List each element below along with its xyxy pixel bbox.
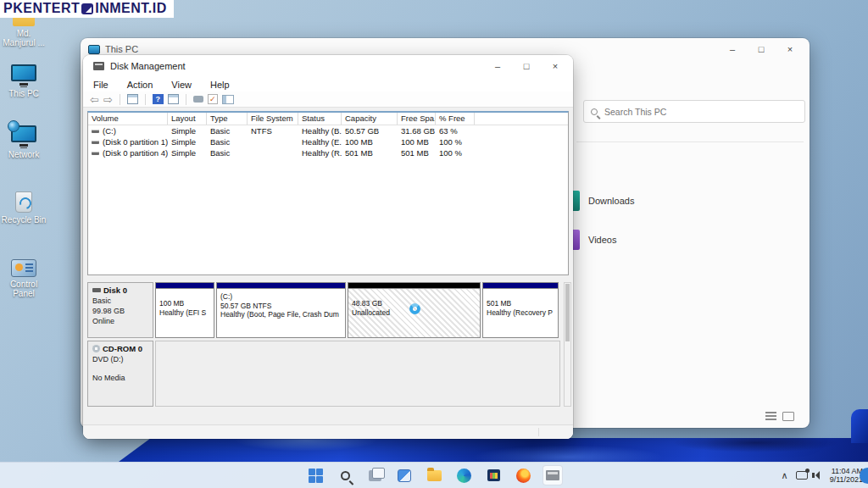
clock-time: 11:04 AM bbox=[830, 467, 863, 476]
list-item-videos[interactable]: Videos bbox=[572, 230, 616, 250]
search-input[interactable] bbox=[604, 107, 798, 117]
graphical-view-icon[interactable] bbox=[222, 95, 234, 104]
list-item-downloads[interactable]: Downloads bbox=[572, 191, 634, 211]
divider bbox=[576, 141, 804, 142]
cdrom-row: CD-ROM 0 DVD (D:) No Media bbox=[87, 341, 560, 407]
start-button[interactable] bbox=[305, 465, 326, 485]
task-view-icon[interactable] bbox=[364, 465, 385, 485]
desktop-icon-network[interactable]: Network bbox=[0, 125, 47, 159]
disk-management-titlebar[interactable]: Disk Management – □ × bbox=[83, 55, 573, 77]
toolbar-separator bbox=[186, 94, 186, 105]
desktop: Md. Manjurul ... This PC Network Recycle… bbox=[0, 0, 868, 488]
column-header-type[interactable]: Type bbox=[207, 113, 248, 125]
disk0-info[interactable]: Disk 0 Basic 99.98 GB Online bbox=[87, 282, 153, 338]
maximize-button[interactable]: □ bbox=[747, 40, 776, 58]
desktop-icon-control-panel[interactable]: Control Panel bbox=[0, 259, 47, 298]
disk-icon bbox=[92, 288, 101, 292]
file-explorer-icon[interactable] bbox=[424, 465, 444, 485]
desktop-icon-label: This PC bbox=[0, 89, 47, 98]
menu-action[interactable]: Action bbox=[127, 80, 153, 90]
table-row[interactable]: (C:) Simple Basic NTFS Healthy (B... 50.… bbox=[88, 125, 568, 136]
help-icon[interactable]: ? bbox=[153, 94, 164, 104]
close-button[interactable]: × bbox=[541, 57, 570, 75]
column-header-volume[interactable]: Volume bbox=[88, 113, 168, 125]
action-pointer-icon[interactable] bbox=[193, 96, 203, 103]
table-row[interactable]: (Disk 0 partition 1) Simple Basic Health… bbox=[88, 136, 568, 147]
clock[interactable]: 11:04 AM 9/11/2021 bbox=[830, 467, 863, 485]
widgets-icon[interactable] bbox=[394, 465, 415, 485]
taskbar: ∧ 11:04 AM 9/11/2021 bbox=[0, 462, 868, 488]
maximize-button[interactable]: □ bbox=[512, 57, 541, 75]
disk-management-taskbar-icon[interactable] bbox=[542, 465, 563, 485]
volume-icon bbox=[92, 130, 99, 133]
search-box[interactable] bbox=[583, 100, 805, 123]
disk0-row: Disk 0 Basic 99.98 GB Online 100 MB Heal… bbox=[87, 282, 560, 338]
minimize-button[interactable]: – bbox=[483, 57, 512, 75]
disk-management-app-icon bbox=[93, 62, 104, 70]
disk0-type: Basic bbox=[92, 297, 148, 305]
list-view-icon[interactable] bbox=[765, 412, 776, 420]
cd-icon bbox=[92, 345, 100, 352]
partition-efi[interactable]: 100 MB Healthy (EFI S bbox=[155, 282, 214, 338]
status-bar bbox=[83, 424, 573, 439]
desktop-icon-this-pc[interactable]: This PC bbox=[0, 64, 47, 98]
console-tree-icon[interactable] bbox=[127, 94, 138, 104]
minimize-button[interactable]: – bbox=[718, 40, 747, 58]
menu-help[interactable]: Help bbox=[210, 80, 230, 90]
back-icon[interactable]: ⇦ bbox=[90, 94, 99, 105]
partition-unallocated[interactable]: 48.83 GB Unallocated bbox=[348, 282, 481, 338]
partition-stripe bbox=[348, 283, 480, 289]
disk-management-body: Volume Layout Type File System Status Ca… bbox=[83, 108, 573, 439]
scrollbar-thumb[interactable] bbox=[565, 284, 570, 341]
menu-view[interactable]: View bbox=[171, 80, 192, 90]
column-header-capacity[interactable]: Capacity bbox=[342, 113, 398, 125]
this-pc-icon bbox=[11, 64, 36, 81]
column-header-status[interactable]: Status bbox=[298, 113, 342, 125]
partition-stripe bbox=[217, 283, 345, 289]
microsoft-store-icon[interactable] bbox=[483, 465, 504, 485]
volume-list-header: Volume Layout Type File System Status Ca… bbox=[88, 113, 568, 125]
volume-tray-icon[interactable] bbox=[815, 471, 820, 480]
column-header-percent-free[interactable]: % Free bbox=[436, 113, 475, 125]
window-title: This PC bbox=[105, 44, 138, 54]
column-header-empty bbox=[475, 113, 568, 125]
partition-recovery[interactable]: 501 MB Healthy (Recovery P bbox=[482, 282, 559, 338]
disk0-size: 99.98 GB bbox=[92, 307, 148, 315]
disk-management-window: Disk Management – □ × File Action View H… bbox=[83, 55, 573, 439]
watermark: PKENTERT INMENT.ID bbox=[0, 0, 174, 18]
column-header-file-system[interactable]: File System bbox=[248, 113, 298, 125]
cdrom-empty-area bbox=[155, 341, 560, 407]
clock-date: 9/11/2021 bbox=[830, 475, 863, 485]
edge-icon[interactable] bbox=[453, 465, 474, 485]
recycle-bin-icon bbox=[15, 191, 32, 213]
partition-stripe bbox=[483, 283, 558, 289]
show-hide-icon[interactable] bbox=[168, 94, 179, 104]
volume-icon bbox=[92, 152, 99, 155]
properties-icon[interactable]: ✓ bbox=[208, 94, 218, 104]
table-row[interactable]: (Disk 0 partition 4) Simple Basic Health… bbox=[88, 147, 568, 158]
column-header-layout[interactable]: Layout bbox=[168, 113, 207, 125]
toolbar-separator bbox=[120, 94, 120, 105]
globe-icon bbox=[8, 120, 19, 132]
close-button[interactable]: × bbox=[776, 40, 804, 58]
desktop-icon-label: Recycle Bin bbox=[0, 215, 47, 225]
menu-file[interactable]: File bbox=[93, 80, 108, 90]
volume-icon bbox=[92, 141, 99, 144]
desktop-icon-recycle-bin[interactable]: Recycle Bin bbox=[0, 191, 47, 225]
hidden-icons-chevron[interactable]: ∧ bbox=[782, 470, 788, 481]
vertical-scrollbar[interactable] bbox=[564, 282, 571, 407]
column-header-free-space[interactable]: Free Spa... bbox=[398, 113, 436, 125]
forward-icon[interactable]: ⇨ bbox=[103, 94, 113, 105]
cdrom-drive: DVD (D:) bbox=[92, 355, 148, 363]
taskbar-search-icon[interactable] bbox=[335, 465, 355, 485]
partition-c[interactable]: (C:) 50.57 GB NTFS Healthy (Boot, Page F… bbox=[216, 282, 346, 338]
desktop-icon-label: Md. Manjurul ... bbox=[0, 29, 47, 47]
partition-stripe bbox=[156, 283, 214, 289]
browser-icon[interactable] bbox=[513, 465, 533, 485]
item-label: Videos bbox=[588, 235, 616, 245]
thumbnail-view-icon[interactable] bbox=[782, 412, 794, 421]
network-tray-icon[interactable] bbox=[796, 471, 808, 480]
cdrom-info[interactable]: CD-ROM 0 DVD (D:) No Media bbox=[87, 341, 153, 407]
window-title: Disk Management bbox=[110, 61, 186, 71]
watermark-text-right: INMENT.ID bbox=[95, 1, 167, 16]
